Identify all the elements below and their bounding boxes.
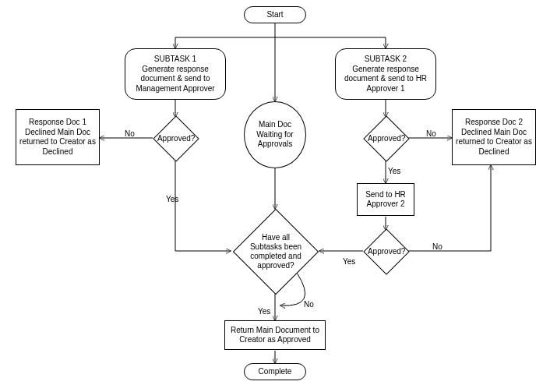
process-send-hr-approver-2: Send to HR Approver 2 — [357, 183, 414, 216]
subtask-1-title: SUBTASK 1 — [154, 55, 196, 63]
subtask-1-body: Generate response document & send to Man… — [136, 65, 214, 93]
terminator-start: Start — [244, 6, 306, 23]
edge-label-yes-1: Yes — [166, 195, 178, 203]
flowchart-canvas: Start SUBTASK 1 Generate response docume… — [0, 0, 550, 392]
send-hr-2-label: Send to HR Approver 2 — [361, 190, 411, 210]
decision-approved-2: Approved? — [363, 115, 409, 161]
complete-label: Complete — [259, 367, 292, 377]
declined-1-label: Response Doc 1 Declined Main Doc returne… — [19, 118, 96, 157]
start-label: Start — [266, 10, 283, 20]
process-declined-2: Response Doc 2 Declined Main Doc returne… — [452, 109, 536, 165]
process-subtask-1: SUBTASK 1 Generate response document & s… — [125, 48, 226, 100]
return-approved-label: Return Main Document to Creator as Appro… — [228, 326, 322, 345]
process-subtask-2: SUBTASK 2 Generate response document & s… — [335, 48, 436, 100]
approved-3-label: Approved? — [368, 247, 405, 256]
subtask-1-text: SUBTASK 1 Generate response document & s… — [129, 55, 222, 94]
process-return-approved: Return Main Document to Creator as Appro… — [224, 320, 326, 350]
subtask-2-body: Generate response document & send to HR … — [344, 65, 427, 93]
edge-label-no-3: No — [432, 242, 442, 251]
edge-label-no-2: No — [426, 129, 436, 138]
subtask-2-title: SUBTASK 2 — [365, 55, 407, 63]
approved-1-label: Approved? — [157, 134, 195, 143]
declined-2-label: Response Doc 2 Declined Main Doc returne… — [456, 118, 532, 157]
edge-label-yes-4: Yes — [258, 307, 270, 316]
decision-approved-1: Approved? — [153, 115, 199, 161]
decision-all-subtasks-complete: Have all Subtasks been completed and app… — [233, 209, 319, 295]
main-doc-waiting-label: Main Doc Waiting for Approvals — [248, 120, 302, 150]
approved-2-label: Approved? — [368, 134, 405, 143]
edge-label-yes-3: Yes — [343, 257, 355, 266]
process-declined-1: Response Doc 1 Declined Main Doc returne… — [16, 109, 100, 165]
terminator-complete: Complete — [244, 363, 306, 380]
subtask-2-text: SUBTASK 2 Generate response document & s… — [339, 55, 432, 94]
edge-label-no-1: No — [125, 129, 135, 138]
decision-approved-3: Approved? — [363, 228, 409, 274]
state-main-doc-waiting: Main Doc Waiting for Approvals — [244, 101, 306, 168]
edge-label-yes-2: Yes — [388, 167, 400, 175]
all-complete-label: Have all Subtasks been completed and app… — [246, 233, 305, 270]
edge-label-no-4: No — [304, 300, 314, 309]
